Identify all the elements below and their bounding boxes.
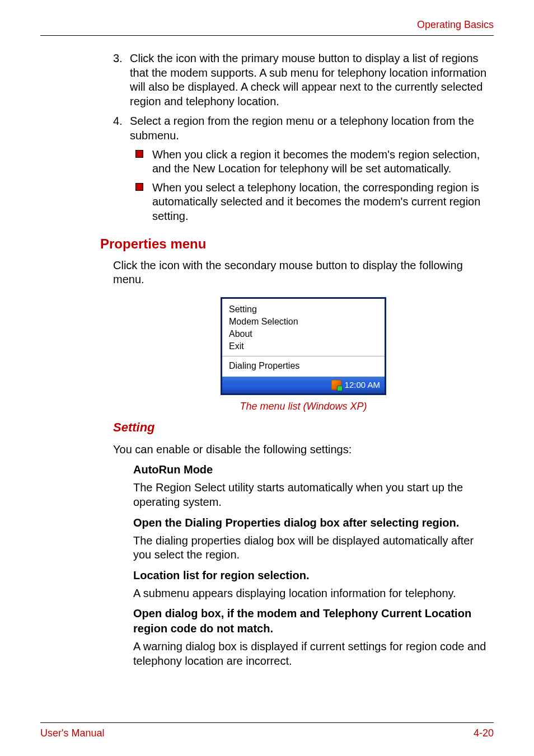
bullet-icon [130,181,152,224]
setting-text: A submenu appears displaying location in… [133,586,494,601]
bullet-text: When you click a region it becomes the m… [152,148,494,176]
bullet-item: When you click a region it becomes the m… [130,148,494,176]
footer-left: User's Manual [40,727,104,739]
footer-right: 4-20 [474,727,494,739]
taskbar-clock: 12:00 AM [345,380,380,389]
page: Operating Basics 3. Click the icon with … [0,0,534,756]
menu-item-about[interactable]: About [222,328,385,340]
context-menu-screenshot: Setting Modem Selection About Exit Diali… [221,297,386,395]
list-body: Click the icon with the primary mouse bu… [130,51,494,109]
ordered-item-4: 4. Select a region from the region menu … [113,114,494,228]
taskbar: 12:00 AM [222,377,385,393]
menu-group-1: Setting Modem Selection About Exit [222,299,385,356]
header-rule [40,35,494,36]
setting-item: Location list for region selection. A su… [113,568,494,601]
bullet-text: When you select a telephony location, th… [152,181,494,224]
bullet-item: When you select a telephony location, th… [130,181,494,224]
figure: Setting Modem Selection About Exit Diali… [113,297,494,412]
tray-icon[interactable] [331,380,341,390]
list-number: 3. [113,51,130,109]
setting-title: AutoRun Mode [133,462,494,477]
menu-item-setting[interactable]: Setting [222,303,385,316]
setting-text: A warning dialog box is displayed if cur… [133,640,494,668]
ordered-item-3: 3. Click the icon with the primary mouse… [113,51,494,109]
list-body: Select a region from the region menu or … [130,114,494,228]
figure-caption: The menu list (Windows XP) [240,401,367,412]
setting-item: Open the Dialing Properties dialog box a… [113,515,494,562]
heading-setting: Setting [113,420,494,435]
list-number: 4. [113,114,130,228]
menu-item-exit[interactable]: Exit [222,340,385,353]
menu-item-dialing-properties[interactable]: Dialing Properties [222,360,385,372]
menu-item-modem-selection[interactable]: Modem Selection [222,316,385,328]
setting-title: Location list for region selection. [133,568,494,583]
setting-title: Open the Dialing Properties dialog box a… [133,515,494,530]
menu-group-2: Dialing Properties [222,356,385,377]
setting-title: Open dialog box, if the modem and Teleph… [133,606,494,636]
content-area: 3. Click the icon with the primary mouse… [40,51,494,722]
setting-intro: You can enable or disable the following … [113,443,494,457]
breadcrumb: Operating Basics [40,19,494,35]
heading-properties-menu: Properties menu [40,236,494,252]
setting-text: The Region Select utility starts automat… [133,481,494,509]
setting-item: AutoRun Mode The Region Select utility s… [113,462,494,509]
bullet-icon [130,148,152,176]
sub-bullets: When you click a region it becomes the m… [130,148,494,224]
footer: User's Manual 4-20 [40,723,494,739]
properties-menu-intro: Click the icon with the secondary mouse … [113,259,494,287]
setting-item: Open dialog box, if the modem and Teleph… [113,606,494,668]
list-text: Select a region from the region menu or … [130,114,494,143]
setting-text: The dialing properties dialog box will b… [133,534,494,562]
